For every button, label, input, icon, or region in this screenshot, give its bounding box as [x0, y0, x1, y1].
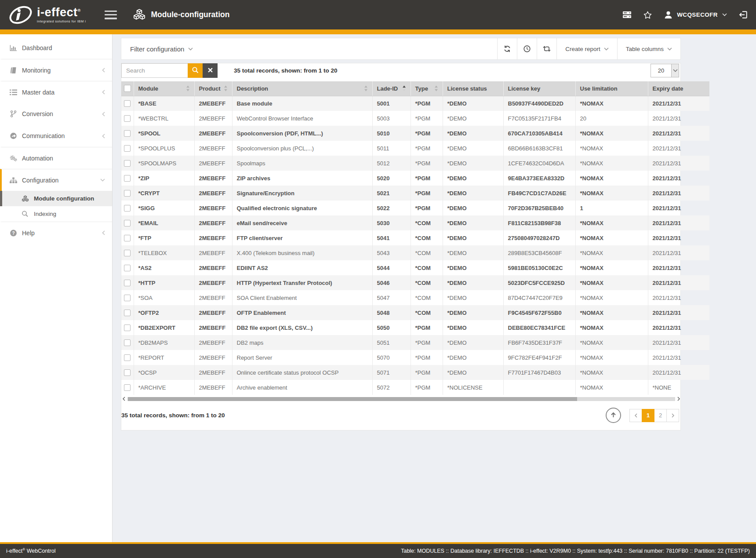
sidebar-item-automation[interactable]: Automation — [0, 147, 112, 169]
column-header-description[interactable]: Description — [232, 81, 372, 96]
column-label: Use limitation — [580, 85, 618, 92]
pagination-next-button[interactable] — [666, 409, 679, 422]
cell-module: *SPOOLPLUS — [134, 141, 194, 156]
cell-expiry-date: 2021/12/31 — [648, 320, 709, 335]
cell-expiry-date: 2021/12/31 — [648, 111, 709, 126]
auto-reload-button[interactable] — [537, 38, 556, 59]
table-row: *AS22MEBEFFEDIINT AS25044*COM*DEMO5981BE… — [121, 260, 709, 275]
sidebar-item-help[interactable]: ? Help — [0, 222, 112, 244]
cell-product: 2MEBEFF — [194, 126, 232, 141]
cell-type: *PGM — [411, 335, 443, 350]
cell-use-limitation: *NOMAX — [575, 215, 648, 230]
cell-lade-id: 5047 — [372, 290, 411, 305]
row-checkbox[interactable] — [124, 100, 131, 107]
cell-module: *ARCHIVE — [134, 380, 194, 395]
row-checkbox[interactable] — [124, 160, 131, 167]
pagination-page-2[interactable]: 2 — [654, 409, 667, 422]
scroll-right-arrow-icon[interactable] — [677, 397, 680, 401]
cell-description: Onlince certificate status protocol OCSP — [232, 365, 372, 380]
cell-license-key: 1CFE74632C04D6DA — [503, 156, 575, 171]
column-header-lade-id[interactable]: Lade-ID — [372, 81, 411, 96]
column-header-select-all — [121, 81, 134, 96]
column-header-type[interactable]: Type — [411, 81, 443, 96]
row-checkbox[interactable] — [124, 190, 131, 197]
row-checkbox[interactable] — [124, 369, 131, 376]
cell-module: *EMAIL — [134, 215, 194, 230]
refresh-button[interactable] — [497, 38, 517, 59]
sidebar-item-communication[interactable]: Communication — [0, 125, 112, 147]
clear-search-button[interactable] — [203, 63, 218, 78]
table-row: *OCSP2MEBEFFOnlince certificate status p… — [121, 365, 709, 380]
scrollbar-track[interactable] — [127, 397, 675, 401]
cell-product: 2MEBEFF — [194, 186, 232, 201]
row-checkbox[interactable] — [124, 115, 131, 122]
sidebar-item-dashboard[interactable]: Dashboard — [0, 37, 112, 59]
row-checkbox[interactable] — [124, 325, 131, 331]
sidebar-item-master-data[interactable]: Master data — [0, 81, 112, 103]
favorites-star-icon[interactable] — [643, 11, 652, 19]
pagination-prev-button[interactable] — [629, 409, 642, 422]
sidebar-item-conversion[interactable]: Conversion — [0, 103, 112, 125]
row-checkbox[interactable] — [124, 265, 131, 271]
search-input[interactable] — [121, 63, 188, 78]
row-checkbox[interactable] — [124, 235, 131, 241]
question-icon: ? — [10, 230, 22, 237]
row-checkbox[interactable] — [124, 250, 131, 256]
cell-expiry-date: 2021/12/31 — [648, 215, 709, 230]
search-button[interactable] — [188, 63, 203, 78]
row-checkbox[interactable] — [124, 310, 131, 316]
row-checkbox[interactable] — [124, 130, 131, 137]
row-checkbox[interactable] — [124, 295, 131, 301]
user-menu[interactable]: WCQSECOFR — [664, 11, 727, 19]
pagination-page-1[interactable]: 1 — [642, 409, 654, 422]
sitemap-icon — [10, 177, 22, 184]
branch-icon — [10, 110, 22, 117]
create-report-button[interactable]: Create report — [556, 38, 617, 59]
scroll-left-arrow-icon[interactable] — [123, 397, 125, 401]
column-header-module[interactable]: Module — [134, 81, 194, 96]
sidebar-item-module-configuration[interactable]: Module configuration — [0, 191, 112, 206]
cell-module: *OCSP — [134, 365, 194, 380]
column-header-product[interactable]: Product — [194, 81, 232, 96]
row-checkbox[interactable] — [124, 205, 131, 212]
cell-use-limitation: *NOMAX — [575, 96, 648, 111]
cell-product: 2MEBEFF — [194, 305, 232, 320]
cell-lade-id: 5051 — [372, 335, 411, 350]
cell-license-status: *DEMO — [443, 260, 503, 275]
cell-module: *FTP — [134, 230, 194, 245]
cell-module: *OFTP2 — [134, 305, 194, 320]
scrollbar-thumb[interactable] — [128, 397, 577, 401]
app-logo[interactable]: i-effect® integrated solutions for IBM i — [9, 5, 86, 25]
history-button[interactable] — [517, 38, 537, 59]
filter-configuration-toggle[interactable]: Filter configuration — [121, 38, 193, 59]
sidebar-item-configuration[interactable]: Configuration — [0, 169, 112, 191]
menu-toggle-button[interactable] — [105, 11, 117, 19]
table-row: *TELEBOX2MEBEFFX.400 (Telekom business m… — [121, 245, 709, 260]
list-icon — [10, 89, 22, 96]
server-icon[interactable] — [623, 11, 631, 18]
table-row: *SIGG2MEBEFFQualified electronic signatu… — [121, 201, 709, 215]
table-columns-button[interactable]: Table columns — [617, 38, 680, 59]
cell-expiry-date: 2021/12/31 — [648, 96, 709, 111]
row-checkbox[interactable] — [124, 339, 131, 346]
sign-out-icon[interactable] — [739, 11, 747, 18]
cell-use-limitation: *NOMAX — [575, 141, 648, 156]
row-checkbox[interactable] — [124, 175, 131, 182]
sidebar-item-monitoring[interactable]: Monitoring — [0, 59, 112, 81]
column-label: Lade-ID — [377, 85, 398, 92]
scroll-to-top-button[interactable] — [606, 408, 621, 423]
row-checkbox[interactable] — [124, 220, 131, 226]
select-all-checkbox[interactable] — [124, 85, 131, 92]
cell-use-limitation: *NOMAX — [575, 335, 648, 350]
row-checkbox[interactable] — [124, 384, 131, 391]
logo-registered-mark: ® — [78, 8, 81, 13]
sidebar-item-indexing[interactable]: Indexing — [0, 206, 112, 222]
sort-toggle-icon — [224, 85, 228, 91]
cell-product: 2MEBEFF — [194, 365, 232, 380]
page-size-select[interactable]: 20 — [651, 64, 679, 77]
table-header-row: ModuleProductDescriptionLade-IDTypeLicen… — [121, 81, 709, 96]
cell-lade-id: 5072 — [372, 380, 411, 395]
row-checkbox[interactable] — [124, 280, 131, 286]
row-checkbox[interactable] — [124, 354, 131, 361]
row-checkbox[interactable] — [124, 145, 131, 152]
